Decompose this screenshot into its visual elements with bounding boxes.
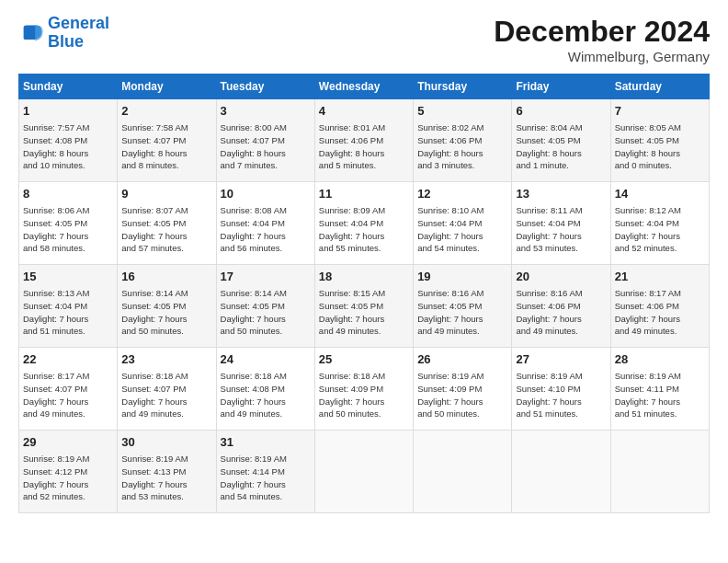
calendar-cell (314, 431, 413, 513)
calendar-cell: 6Sunrise: 8:04 AMSunset: 4:05 PMDaylight… (512, 99, 610, 182)
col-header-wednesday: Wednesday (314, 75, 413, 99)
location: Wimmelburg, Germany (494, 49, 710, 64)
day-number: 20 (516, 269, 606, 285)
calendar-cell: 29Sunrise: 8:19 AMSunset: 4:12 PMDayligh… (19, 431, 118, 513)
calendar-cell: 26Sunrise: 8:19 AMSunset: 4:09 PMDayligh… (414, 348, 512, 431)
page-header: General Blue December 2024 Wimmelburg, G… (18, 15, 710, 64)
day-number: 15 (23, 269, 113, 285)
cell-info: Sunrise: 8:00 AMSunset: 4:07 PMDaylight:… (221, 121, 311, 172)
cell-info: Sunrise: 8:19 AMSunset: 4:12 PMDaylight:… (23, 453, 113, 503)
calendar-cell (414, 431, 512, 513)
logo-general: General (48, 14, 109, 32)
day-number: 23 (121, 351, 211, 368)
day-number: 8 (23, 186, 113, 202)
cell-info: Sunrise: 8:14 AMSunset: 4:05 PMDaylight:… (221, 287, 311, 338)
calendar-cell: 10Sunrise: 8:08 AMSunset: 4:04 PMDayligh… (216, 182, 314, 265)
cell-info: Sunrise: 8:19 AMSunset: 4:11 PMDaylight:… (615, 370, 705, 420)
cell-info: Sunrise: 8:04 AMSunset: 4:05 PMDaylight:… (516, 121, 606, 172)
day-number: 17 (221, 269, 311, 285)
calendar-cell (512, 431, 610, 513)
cell-info: Sunrise: 7:57 AMSunset: 4:08 PMDaylight:… (23, 121, 113, 172)
logo: General Blue (18, 15, 109, 52)
day-number: 16 (121, 269, 211, 285)
day-number: 12 (417, 186, 507, 202)
day-number: 31 (221, 434, 311, 451)
week-row-1: 1Sunrise: 7:57 AMSunset: 4:08 PMDaylight… (19, 99, 710, 182)
calendar-cell: 11Sunrise: 8:09 AMSunset: 4:04 PMDayligh… (314, 182, 413, 265)
calendar-cell: 2Sunrise: 7:58 AMSunset: 4:07 PMDaylight… (118, 99, 216, 182)
cell-info: Sunrise: 8:19 AMSunset: 4:13 PMDaylight:… (121, 453, 211, 503)
col-header-thursday: Thursday (414, 75, 512, 99)
calendar-cell: 30Sunrise: 8:19 AMSunset: 4:13 PMDayligh… (118, 431, 216, 513)
calendar-table: SundayMondayTuesdayWednesdayThursdayFrid… (18, 74, 710, 513)
calendar-cell: 12Sunrise: 8:10 AMSunset: 4:04 PMDayligh… (414, 182, 512, 265)
cell-info: Sunrise: 8:19 AMSunset: 4:09 PMDaylight:… (417, 370, 507, 420)
title-block: December 2024 Wimmelburg, Germany (494, 15, 710, 64)
calendar-cell: 23Sunrise: 8:18 AMSunset: 4:07 PMDayligh… (118, 348, 216, 431)
cell-info: Sunrise: 8:19 AMSunset: 4:10 PMDaylight:… (516, 370, 606, 420)
cell-info: Sunrise: 8:17 AMSunset: 4:06 PMDaylight:… (615, 287, 705, 338)
cell-info: Sunrise: 8:15 AMSunset: 4:05 PMDaylight:… (319, 287, 409, 338)
calendar-cell: 27Sunrise: 8:19 AMSunset: 4:10 PMDayligh… (512, 348, 610, 431)
cell-info: Sunrise: 8:10 AMSunset: 4:04 PMDaylight:… (417, 204, 507, 255)
cell-info: Sunrise: 8:16 AMSunset: 4:05 PMDaylight:… (417, 287, 507, 338)
month-title: December 2024 (494, 15, 710, 49)
cell-info: Sunrise: 8:13 AMSunset: 4:04 PMDaylight:… (23, 287, 113, 338)
cell-info: Sunrise: 8:12 AMSunset: 4:04 PMDaylight:… (615, 204, 705, 255)
col-header-saturday: Saturday (610, 75, 709, 99)
calendar-cell (610, 431, 709, 513)
day-number: 27 (516, 351, 606, 368)
calendar-cell: 15Sunrise: 8:13 AMSunset: 4:04 PMDayligh… (19, 265, 118, 348)
cell-info: Sunrise: 8:19 AMSunset: 4:14 PMDaylight:… (221, 453, 311, 503)
col-header-tuesday: Tuesday (216, 75, 314, 99)
logo-blue: Blue (48, 32, 84, 51)
cell-info: Sunrise: 7:58 AMSunset: 4:07 PMDaylight:… (121, 121, 211, 172)
week-row-4: 22Sunrise: 8:17 AMSunset: 4:07 PMDayligh… (19, 348, 710, 431)
day-number: 29 (23, 434, 113, 451)
calendar-cell: 31Sunrise: 8:19 AMSunset: 4:14 PMDayligh… (216, 431, 314, 513)
day-number: 22 (23, 351, 113, 368)
header-row: SundayMondayTuesdayWednesdayThursdayFrid… (19, 75, 710, 99)
day-number: 25 (319, 351, 409, 368)
calendar-cell: 8Sunrise: 8:06 AMSunset: 4:05 PMDaylight… (19, 182, 118, 265)
calendar-cell: 25Sunrise: 8:18 AMSunset: 4:09 PMDayligh… (314, 348, 413, 431)
calendar-cell: 13Sunrise: 8:11 AMSunset: 4:04 PMDayligh… (512, 182, 610, 265)
day-number: 19 (417, 269, 507, 285)
calendar-cell: 24Sunrise: 8:18 AMSunset: 4:08 PMDayligh… (216, 348, 314, 431)
day-number: 2 (121, 103, 211, 120)
calendar-cell: 17Sunrise: 8:14 AMSunset: 4:05 PMDayligh… (216, 265, 314, 348)
col-header-friday: Friday (512, 75, 610, 99)
cell-info: Sunrise: 8:18 AMSunset: 4:08 PMDaylight:… (221, 370, 311, 420)
calendar-cell: 9Sunrise: 8:07 AMSunset: 4:05 PMDaylight… (118, 182, 216, 265)
calendar-cell: 3Sunrise: 8:00 AMSunset: 4:07 PMDaylight… (216, 99, 314, 182)
day-number: 24 (221, 351, 311, 368)
col-header-monday: Monday (118, 75, 216, 99)
cell-info: Sunrise: 8:06 AMSunset: 4:05 PMDaylight:… (23, 204, 113, 255)
day-number: 7 (615, 103, 705, 120)
day-number: 18 (319, 269, 409, 285)
week-row-2: 8Sunrise: 8:06 AMSunset: 4:05 PMDaylight… (19, 182, 710, 265)
cell-info: Sunrise: 8:11 AMSunset: 4:04 PMDaylight:… (516, 204, 606, 255)
day-number: 30 (121, 434, 211, 451)
day-number: 5 (417, 103, 507, 120)
calendar-cell: 21Sunrise: 8:17 AMSunset: 4:06 PMDayligh… (610, 265, 709, 348)
day-number: 1 (23, 103, 113, 120)
day-number: 3 (221, 103, 311, 120)
day-number: 14 (615, 186, 705, 202)
day-number: 9 (121, 186, 211, 202)
logo-icon (18, 20, 44, 46)
day-number: 13 (516, 186, 606, 202)
calendar-cell: 4Sunrise: 8:01 AMSunset: 4:06 PMDaylight… (314, 99, 413, 182)
col-header-sunday: Sunday (19, 75, 118, 99)
calendar-cell: 14Sunrise: 8:12 AMSunset: 4:04 PMDayligh… (610, 182, 709, 265)
day-number: 28 (615, 351, 705, 368)
day-number: 10 (221, 186, 311, 202)
week-row-3: 15Sunrise: 8:13 AMSunset: 4:04 PMDayligh… (19, 265, 710, 348)
cell-info: Sunrise: 8:14 AMSunset: 4:05 PMDaylight:… (121, 287, 211, 338)
cell-info: Sunrise: 8:05 AMSunset: 4:05 PMDaylight:… (615, 121, 705, 172)
cell-info: Sunrise: 8:16 AMSunset: 4:06 PMDaylight:… (516, 287, 606, 338)
week-row-5: 29Sunrise: 8:19 AMSunset: 4:12 PMDayligh… (19, 431, 710, 513)
cell-info: Sunrise: 8:17 AMSunset: 4:07 PMDaylight:… (23, 370, 113, 420)
cell-info: Sunrise: 8:18 AMSunset: 4:07 PMDaylight:… (121, 370, 211, 420)
calendar-cell: 5Sunrise: 8:02 AMSunset: 4:06 PMDaylight… (414, 99, 512, 182)
